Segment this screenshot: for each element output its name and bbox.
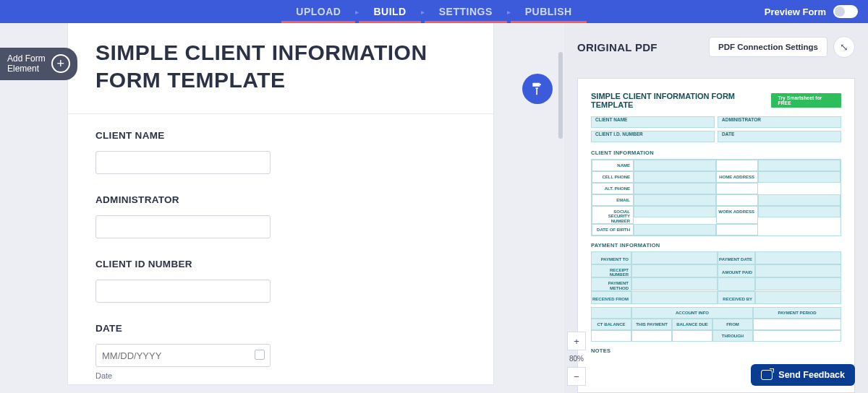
pdf-label: PAYMENT METHOD bbox=[591, 277, 631, 291]
plus-icon: + bbox=[51, 54, 70, 73]
pdf-payment-table: PAYMENT TOPAYMENT DATE RECEIPT NUMBERAMO… bbox=[591, 251, 841, 304]
pdf-settings-button[interactable]: PDF Connection Settings bbox=[709, 37, 827, 57]
pdf-doc-title: SIMPLE CLIENT INFORMATION FORM TEMPLATE bbox=[591, 92, 771, 109]
pdf-label: RECEIPT NUMBER bbox=[591, 264, 631, 278]
field-label: ADMINISTRATOR bbox=[95, 194, 466, 205]
preview-label: Preview Form bbox=[765, 7, 826, 17]
pdf-account-row: THROUGH bbox=[591, 330, 841, 342]
client-name-input[interactable] bbox=[95, 151, 271, 174]
field-label: CLIENT NAME bbox=[95, 130, 466, 141]
pdf-preview[interactable]: SIMPLE CLIENT INFORMATION FORM TEMPLATE … bbox=[577, 78, 855, 393]
pdf-label: DATE bbox=[721, 131, 735, 137]
pdf-label: BALANCE DUE bbox=[672, 319, 712, 330]
paint-roller-icon bbox=[530, 82, 545, 96]
pdf-info-table: NAME CELL PHONEHOME ADDRESS ALT. PHONE E… bbox=[591, 159, 841, 236]
form-card[interactable]: SIMPLE CLIENT INFORMATION FORM TEMPLATE … bbox=[68, 23, 493, 384]
form-title[interactable]: SIMPLE CLIENT INFORMATION FORM TEMPLATE bbox=[68, 23, 493, 113]
pdf-label: ADMINISTRATOR bbox=[721, 117, 762, 122]
nav-settings[interactable]: SETTINGS bbox=[425, 0, 507, 23]
pdf-label: WORK ADDRESS bbox=[716, 206, 758, 224]
pdf-label: FROM bbox=[712, 319, 753, 330]
pdf-label: ALT. PHONE bbox=[592, 183, 634, 194]
pdf-label: SOCIAL SECURITY NUMBER bbox=[592, 206, 634, 224]
zoom-controls: + 80% − bbox=[567, 332, 586, 386]
form-builder-canvas: SIMPLE CLIENT INFORMATION FORM TEMPLATE … bbox=[0, 23, 564, 393]
field-client-id[interactable]: CLIENT ID NUMBER bbox=[68, 243, 493, 307]
pdf-label: EMAIL bbox=[592, 194, 634, 206]
calendar-icon[interactable] bbox=[255, 350, 265, 360]
pdf-label: ACCOUNT INFO bbox=[631, 307, 753, 319]
pdf-section: CLIENT INFORMATION bbox=[591, 150, 841, 156]
pdf-label: THIS PAYMENT bbox=[631, 319, 672, 330]
nav-build[interactable]: BUILD bbox=[359, 0, 420, 23]
client-id-input[interactable] bbox=[95, 280, 271, 303]
pdf-label: CLIENT NAME bbox=[595, 117, 628, 122]
pdf-label: CLIENT I.D. NUMBER bbox=[595, 131, 644, 137]
date-input[interactable] bbox=[95, 344, 271, 367]
nav-upload[interactable]: UPLOAD bbox=[281, 0, 355, 23]
pdf-account-header: ACCOUNT INFOPAYMENT PERIOD bbox=[591, 307, 841, 319]
pdf-panel: ORIGINAL PDF PDF Connection Settings ⤡ +… bbox=[564, 23, 868, 393]
pdf-section: PAYMENT INFORMATION bbox=[591, 242, 841, 249]
nav-publish[interactable]: PUBLISH bbox=[511, 0, 587, 23]
pdf-label: PAYMENT TO bbox=[591, 251, 631, 264]
field-label: DATE bbox=[95, 323, 466, 334]
add-label-2: Element bbox=[7, 64, 46, 74]
date-sublabel: Date bbox=[95, 371, 466, 380]
pdf-label: CT BALANCE bbox=[591, 319, 631, 330]
zoom-out-button[interactable]: − bbox=[567, 367, 586, 386]
pdf-label: NAME bbox=[592, 160, 634, 171]
field-date[interactable]: DATE Date bbox=[68, 307, 493, 384]
pdf-label: PAYMENT DATE bbox=[718, 251, 755, 264]
scrollbar[interactable] bbox=[558, 52, 563, 139]
preview-toggle[interactable] bbox=[833, 5, 858, 18]
feedback-icon bbox=[761, 370, 773, 380]
pdf-panel-title: ORIGINAL PDF bbox=[577, 41, 658, 53]
field-client-name[interactable]: CLIENT NAME bbox=[68, 114, 493, 178]
field-label: CLIENT ID NUMBER bbox=[95, 259, 466, 269]
try-smartsheet-button[interactable]: Try Smartsheet for FREE bbox=[771, 93, 841, 108]
pdf-label: CELL PHONE bbox=[592, 171, 634, 183]
add-form-element-button[interactable]: Add Form Element + bbox=[0, 48, 77, 80]
pdf-label: AMOUNT PAID bbox=[718, 264, 755, 278]
pdf-label: RECEIVED BY bbox=[718, 291, 755, 304]
send-feedback-button[interactable]: Send Feedback bbox=[751, 364, 855, 386]
form-designer-button[interactable] bbox=[522, 74, 553, 104]
top-nav: UPLOAD ▸ BUILD ▸ SETTINGS ▸ PUBLISH Prev… bbox=[0, 0, 868, 23]
pdf-account-row: CT BALANCETHIS PAYMENTBALANCE DUEFROM bbox=[591, 319, 841, 330]
administrator-input[interactable] bbox=[95, 215, 271, 238]
add-label-1: Add Form bbox=[7, 53, 46, 64]
collapse-icon[interactable]: ⤡ bbox=[833, 36, 855, 58]
pdf-label: PAYMENT PERIOD bbox=[753, 307, 841, 319]
field-administrator[interactable]: ADMINISTRATOR bbox=[68, 178, 493, 243]
zoom-in-button[interactable]: + bbox=[567, 332, 586, 350]
pdf-label: THROUGH bbox=[712, 330, 753, 342]
pdf-label: DATE OF BIRTH bbox=[592, 224, 634, 236]
pdf-label: RECEIVED FROM bbox=[591, 291, 631, 304]
pdf-label: HOME ADDRESS bbox=[716, 171, 758, 183]
zoom-level: 80% bbox=[569, 350, 584, 367]
feedback-label: Send Feedback bbox=[778, 370, 845, 380]
pdf-section: NOTES bbox=[591, 347, 841, 354]
